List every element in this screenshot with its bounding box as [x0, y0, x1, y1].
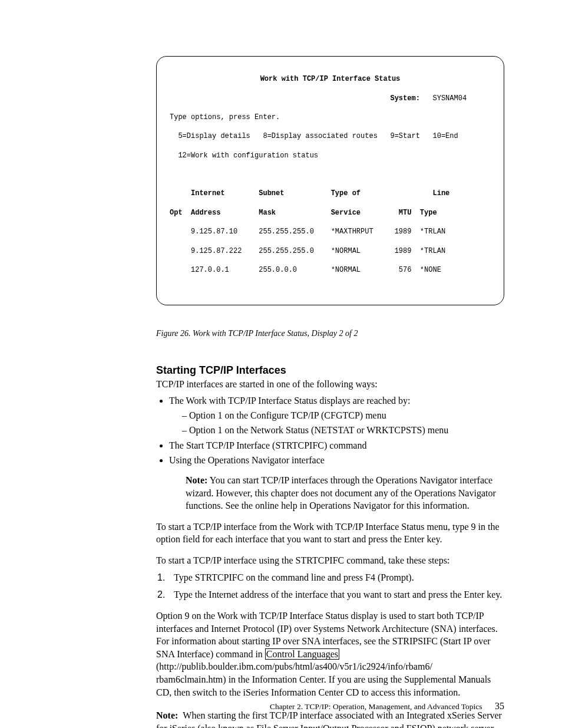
para-1: To start a TCP/IP interface from the Wor… — [156, 521, 504, 546]
page-footer: Chapter 2. TCP/IP: Operation, Management… — [270, 701, 504, 711]
bullet-list: The Work with TCP/IP Interface Status di… — [156, 394, 504, 512]
terminal-instr-1: Type options, press Enter. — [170, 113, 491, 122]
figure-caption: Figure 26. Work with TCP/IP Interface St… — [156, 329, 504, 338]
note-1-label: Note: — [186, 475, 207, 485]
bullet-2: The Start TCP/IP Interface (STRTCPIFC) c… — [169, 439, 504, 452]
step-2: Type the Internet address of the interfa… — [169, 588, 504, 601]
footer-page-number: 35 — [495, 701, 504, 711]
terminal-header-1: Internet Subnet Type of Line — [170, 189, 491, 198]
bullet-3-text: Using the Operations Navigator interface — [169, 455, 325, 465]
terminal-title: Work with TCP/IP Interface Status — [170, 74, 491, 84]
note-2: Note: When starting the first TCP/IP int… — [156, 709, 504, 728]
note-1-text: You can start TCP/IP interfaces through … — [186, 475, 496, 510]
section-intro: TCP/IP interfaces are started in one of … — [156, 378, 504, 391]
sub-dash-1: Option 1 on the Configure TCP/IP (CFGTCP… — [182, 409, 504, 422]
page-root: Work with TCP/IP Interface Status System… — [0, 0, 562, 728]
sub-dash-list: Option 1 on the Configure TCP/IP (CFGTCP… — [169, 409, 504, 437]
footer-chapter: Chapter 2. TCP/IP: Operation, Management… — [270, 702, 482, 711]
bullet-1: The Work with TCP/IP Interface Status di… — [169, 394, 504, 437]
section-title: Starting TCP/IP Interfaces — [156, 364, 504, 377]
para-3b: (http://publib.boulder.ibm.com/pubs/html… — [156, 661, 491, 697]
terminal-instr-3: 12=Work with configuration status — [170, 151, 491, 160]
para-2: To start a TCP/IP interface using the ST… — [156, 554, 504, 567]
terminal-row-2: 9.125.87.222 255.255.255.0 *NORMAL 1989 … — [170, 246, 491, 256]
terminal-system-line: System: SYSNAM04 — [170, 94, 491, 103]
note-2-text: When starting the first TCP/IP interface… — [156, 710, 502, 728]
note-1: Note: You can start TCP/IP interfaces th… — [186, 474, 504, 512]
bullet-1-text: The Work with TCP/IP Interface Status di… — [169, 396, 410, 406]
terminal-header-2: Opt Address Mask Service MTU Type — [170, 208, 491, 218]
note-2-label: Note: — [156, 710, 178, 720]
control-languages-link[interactable]: Control Languages — [265, 648, 339, 660]
steps-list: Type STRTCPIFC on the command line and p… — [156, 571, 504, 601]
system-label: System: — [390, 94, 419, 103]
terminal-blank — [170, 170, 491, 179]
para-3: Option 9 on the Work with TCP/IP Interfa… — [156, 610, 504, 699]
terminal-row-1: 9.125.87.10 255.255.255.0 *MAXTHRPUT 198… — [170, 227, 491, 236]
bullet-3: Using the Operations Navigator interface… — [169, 453, 504, 512]
terminal-row-3: 127.0.0.1 255.0.0.0 *NORMAL 576 *NONE — [170, 265, 491, 275]
sub-dash-2: Option 1 on the Network Status (NETSTAT … — [182, 423, 504, 437]
step-1: Type STRTCPIFC on the command line and p… — [169, 571, 504, 584]
terminal-instr-2: 5=Display details 8=Display associated r… — [170, 131, 491, 141]
terminal-screen: Work with TCP/IP Interface Status System… — [156, 56, 504, 305]
system-value: SYSNAM04 — [433, 94, 467, 103]
